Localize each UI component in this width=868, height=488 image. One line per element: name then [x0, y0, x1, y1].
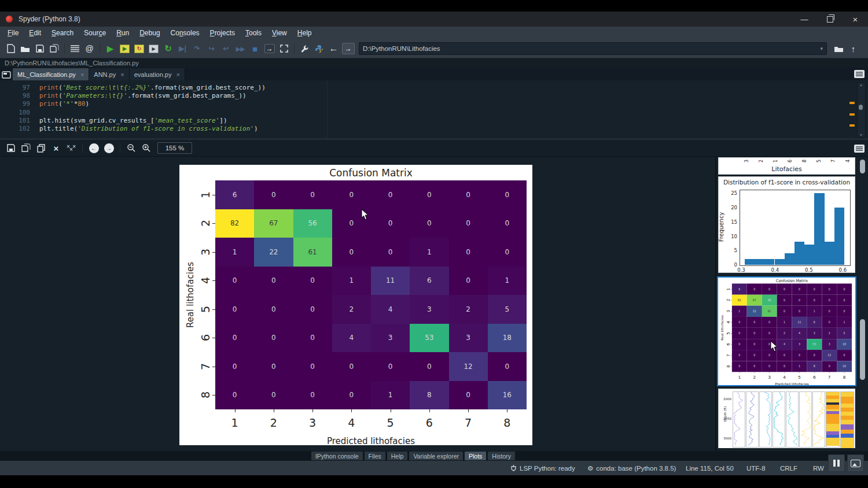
thumbnail-confusion-matrix[interactable]: Confusion Matrix600000008267560000012261… — [717, 276, 856, 386]
restore-button[interactable] — [817, 12, 843, 27]
screenshot-button[interactable] — [847, 454, 864, 472]
cm-cell: 11 — [792, 317, 807, 328]
back-icon[interactable]: ← — [326, 42, 341, 56]
new-file-icon[interactable] — [3, 42, 18, 56]
thumbnail-litofacies[interactable]: Litofacies 32168574 — [718, 157, 855, 175]
open-file-icon[interactable] — [18, 42, 32, 56]
scrollbar-thumb[interactable] — [859, 105, 863, 110]
browse-tabs-icon[interactable] — [0, 69, 13, 80]
parent-directory-icon[interactable]: ↑ — [846, 42, 860, 56]
cm-cell: 0 — [792, 283, 807, 294]
next-plot-icon[interactable]: → — [101, 141, 116, 155]
dock-tab-plots[interactable]: Plots — [465, 452, 486, 460]
previous-plot-icon[interactable]: ← — [86, 141, 101, 155]
cm-cell: 0 — [762, 328, 777, 339]
scrollbar-button[interactable] — [860, 160, 865, 173]
cm-cell: 0 — [215, 295, 254, 324]
stop-icon[interactable]: ■ — [248, 42, 262, 56]
code-editor[interactable]: 97print('Best score:\t\t{:.2%}'.format(s… — [0, 80, 868, 142]
cm-cell: 0 — [371, 209, 410, 238]
cm-cell: 0 — [332, 352, 371, 381]
close-tab-icon[interactable]: × — [120, 71, 124, 78]
dock-tab-ipython-console[interactable]: IPython console — [311, 452, 363, 460]
tab-ml-classification[interactable]: ML_Classification.py× — [13, 68, 89, 80]
chevron-down-icon[interactable]: ▾ — [820, 46, 823, 51]
save-plot-icon[interactable] — [3, 141, 19, 155]
dock-tab-files[interactable]: Files — [365, 452, 385, 460]
dock-tab-variable-explorer[interactable]: Variable explorer — [409, 452, 463, 460]
pythonpath-icon[interactable] — [312, 42, 326, 56]
symbol-finder-icon[interactable]: @ — [82, 42, 97, 56]
debug-file-icon[interactable]: ▶| — [175, 42, 190, 56]
preferences-icon[interactable] — [297, 42, 312, 56]
thumbnail-well-log[interactable]: Depth (ft)200020503000 — [718, 389, 855, 448]
continue-icon[interactable]: ▶▶ — [233, 42, 248, 56]
run-cell-advance-icon[interactable]: ↻ — [132, 42, 146, 56]
plots-options-icon[interactable] — [854, 145, 865, 155]
zoom-level-input[interactable]: 155 % — [157, 142, 192, 154]
editor-options-icon[interactable] — [854, 70, 865, 80]
menu-help[interactable]: Help — [292, 29, 317, 37]
cm-cell: 1 — [488, 267, 527, 295]
copy-plot-icon[interactable] — [34, 141, 49, 155]
cm-cell: 4 — [371, 295, 410, 324]
cm-cell: 0 — [732, 350, 747, 361]
editor-scrollbar[interactable]: ▲ ▼ — [857, 82, 866, 138]
warning-mark[interactable] — [849, 102, 855, 104]
dock-tab-help[interactable]: Help — [387, 452, 408, 460]
minimize-button[interactable]: — — [792, 12, 817, 27]
cm-cell: 1 — [792, 361, 807, 372]
forward-icon[interactable]: → — [341, 42, 355, 56]
thumbnails-scrollbar[interactable] — [859, 158, 866, 449]
thumbnail-f1-histogram[interactable]: Distribution of f1-score in cross-valida… — [718, 176, 855, 273]
cm-cell: 22 — [254, 238, 293, 267]
fullscreen-icon[interactable] — [277, 42, 291, 56]
scrollbar-thumb[interactable] — [860, 319, 865, 380]
tab-ann[interactable]: ANN.py× — [89, 68, 129, 80]
run-file-icon[interactable]: ▶ — [103, 42, 117, 56]
menu-consoles[interactable]: Consoles — [165, 29, 205, 37]
zoom-in-icon[interactable] — [139, 141, 154, 155]
zoom-out-icon[interactable] — [124, 141, 139, 155]
maximize-pane-icon[interactable]: → — [262, 42, 277, 56]
cm-cell: 8 — [410, 381, 448, 410]
close-tab-icon[interactable]: × — [176, 71, 179, 78]
close-button[interactable]: × — [843, 12, 868, 27]
cm-cell: 18 — [488, 324, 527, 353]
warning-mark[interactable] — [849, 124, 855, 127]
cm-cell: 0 — [747, 350, 762, 361]
run-cell-icon[interactable]: ▶ — [117, 42, 132, 56]
step-return-icon[interactable]: ↩ — [219, 42, 233, 56]
max-line-indicator — [327, 80, 328, 138]
cm-cell: 0 — [777, 361, 792, 372]
run-selection-icon[interactable]: ▶ — [146, 42, 161, 56]
menu-tools[interactable]: Tools — [240, 29, 267, 37]
menu-search[interactable]: Search — [46, 29, 79, 37]
step-into-icon[interactable]: ↪ — [204, 42, 219, 56]
save-all-plots-icon[interactable] — [19, 141, 34, 155]
tab-evaluation[interactable]: evaluation.py× — [130, 68, 185, 80]
menu-debug[interactable]: Debug — [134, 29, 165, 37]
close-tab-icon[interactable]: × — [80, 71, 84, 78]
remove-plot-icon[interactable]: × — [49, 141, 64, 155]
save-icon[interactable] — [32, 42, 47, 56]
menu-run[interactable]: Run — [111, 29, 134, 37]
step-over-icon[interactable]: ↷ — [190, 42, 204, 56]
dock-tab-history[interactable]: History — [488, 452, 515, 460]
cm-cell: 0 — [732, 328, 747, 339]
browse-directory-icon[interactable] — [832, 42, 846, 56]
menu-file[interactable]: File — [2, 29, 24, 37]
warning-mark[interactable] — [849, 113, 855, 116]
tab-label: ML_Classification.py — [17, 71, 76, 78]
menu-view[interactable]: View — [267, 29, 292, 37]
menu-source[interactable]: Source — [79, 29, 111, 37]
rerun-cell-icon[interactable]: ↻ — [161, 42, 175, 56]
pause-button[interactable] — [828, 454, 845, 472]
cm-cell: 0 — [762, 317, 777, 328]
file-switcher-icon[interactable] — [68, 42, 82, 56]
save-all-icon[interactable] — [47, 42, 61, 56]
menu-projects[interactable]: Projects — [205, 29, 240, 37]
menu-edit[interactable]: Edit — [24, 29, 46, 37]
working-directory-input[interactable]: D:\PythonRUN\Lithofacies ▾ — [359, 42, 827, 55]
remove-all-plots-icon[interactable]: ××× — [64, 141, 79, 155]
